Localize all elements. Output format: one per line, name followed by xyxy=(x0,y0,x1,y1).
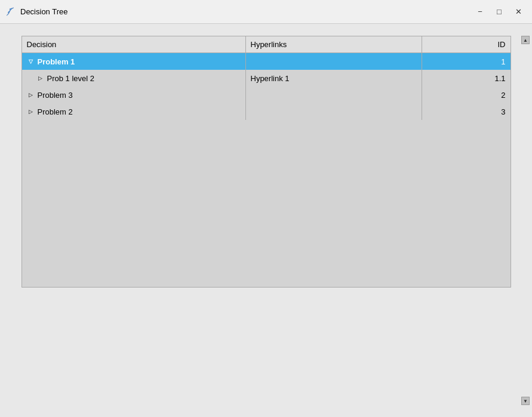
row-id-4: 3 xyxy=(422,103,511,120)
feather-icon xyxy=(5,7,16,17)
maximize-button[interactable]: □ xyxy=(490,4,508,20)
empty-area xyxy=(22,120,511,287)
scrollbar: ▲ ▼ xyxy=(521,36,530,405)
row-label-4: Problem 2 xyxy=(38,107,73,116)
table-row[interactable]: ▷ Problem 3 2 xyxy=(22,87,511,103)
row-decision-4: ▷ Problem 2 xyxy=(22,103,246,120)
row-decision-2: ▷ Prob 1 level 2 xyxy=(22,70,246,87)
app-title: Decision Tree xyxy=(20,7,67,16)
title-bar: Decision Tree − □ ✕ xyxy=(0,0,532,24)
close-button[interactable]: ✕ xyxy=(509,4,527,20)
table-row[interactable]: ▽ Problem 1 1 xyxy=(22,53,511,70)
title-bar-controls: − □ ✕ xyxy=(471,4,527,20)
minimize-button[interactable]: − xyxy=(471,4,489,20)
row-hyperlinks-4 xyxy=(246,103,422,120)
column-header-id: ID xyxy=(422,36,511,52)
row-label-3: Problem 3 xyxy=(38,91,73,100)
row-hyperlinks-3 xyxy=(246,87,422,103)
expand-icon-3[interactable]: ▷ xyxy=(27,91,35,99)
tree-container: Decision Hyperlinks ID ▽ Problem 1 1 ▷ P… xyxy=(21,36,511,288)
row-label-2: Prob 1 level 2 xyxy=(47,74,95,83)
row-decision-1: ▽ Problem 1 xyxy=(22,53,246,70)
column-header-decision: Decision xyxy=(22,36,246,52)
main-content: ▲ ▼ Decision Hyperlinks ID ▽ Problem 1 1… xyxy=(0,24,532,417)
scroll-down-arrow[interactable]: ▼ xyxy=(521,397,530,405)
scroll-up-arrow[interactable]: ▲ xyxy=(521,36,530,44)
table-row[interactable]: ▷ Problem 2 3 xyxy=(22,103,511,120)
row-hyperlinks-1 xyxy=(246,53,422,70)
title-bar-left: Decision Tree xyxy=(5,7,67,17)
row-id-3: 2 xyxy=(422,87,511,103)
table-row[interactable]: ▷ Prob 1 level 2 Hyperlink 1 1.1 xyxy=(22,70,511,87)
row-hyperlinks-2: Hyperlink 1 xyxy=(246,70,422,87)
column-header-hyperlinks: Hyperlinks xyxy=(246,36,422,52)
row-id-1: 1 xyxy=(422,53,511,70)
expand-icon-2[interactable]: ▷ xyxy=(36,74,45,82)
expand-icon-4[interactable]: ▷ xyxy=(27,107,35,116)
row-id-2: 1.1 xyxy=(422,70,511,87)
expand-icon-1[interactable]: ▽ xyxy=(27,57,35,66)
tree-header: Decision Hyperlinks ID xyxy=(22,36,511,53)
row-decision-3: ▷ Problem 3 xyxy=(22,87,246,103)
row-label-1: Problem 1 xyxy=(38,57,75,66)
